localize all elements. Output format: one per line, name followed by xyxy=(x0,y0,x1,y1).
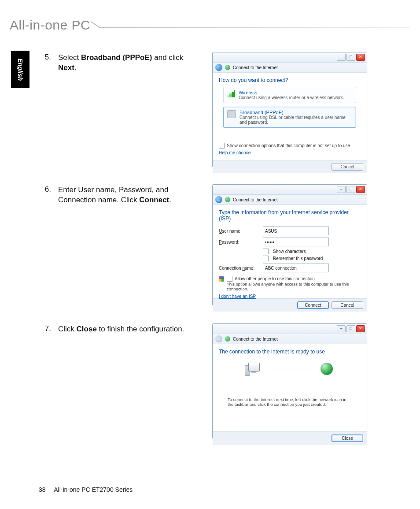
minimize-button[interactable]: – xyxy=(337,325,346,332)
maximize-button[interactable]: □ xyxy=(346,54,355,61)
back-arrow-icon: ← xyxy=(217,197,221,202)
option-wireless-desc: Connect using a wireless router or a wir… xyxy=(239,95,344,100)
globe-icon xyxy=(225,336,230,342)
back-button[interactable]: ← xyxy=(215,64,222,71)
allow-others-desc: This option allows anyone with access to… xyxy=(227,282,361,291)
minimize-button[interactable]: – xyxy=(337,54,346,61)
modem-icon xyxy=(227,110,236,118)
window-title: Connect to the Internet xyxy=(233,65,278,70)
window-title: Connect to the Internet xyxy=(233,337,278,342)
back-arrow-icon: ← xyxy=(217,65,221,70)
nav-subbar: ← Connect to the Internet xyxy=(213,63,367,73)
remember-row: Remember this password xyxy=(263,256,361,261)
connection-name-input[interactable] xyxy=(263,264,329,272)
cancel-button[interactable]: Cancel xyxy=(332,163,363,171)
password-label: Password: xyxy=(219,240,258,245)
footer-text: All-in-one PC ET2700 Series xyxy=(54,486,133,493)
connection-name-label: Connection name: xyxy=(219,266,258,271)
page-footer: 38 All-in-one PC ET2700 Series xyxy=(39,486,133,493)
allow-others-checkbox[interactable] xyxy=(227,276,232,282)
dialog-heading: How do you want to connect? xyxy=(219,77,361,83)
allow-others-row: Allow other people to use this connectio… xyxy=(219,276,361,291)
title-bar: – □ ✕ xyxy=(213,324,367,334)
wifi-icon xyxy=(227,90,235,97)
computer-icon xyxy=(247,363,261,375)
show-chars-row: Show characters xyxy=(263,249,361,254)
header-rule xyxy=(100,27,410,28)
step-7-text: Click Close to finish the configuration. xyxy=(58,324,203,334)
password-input[interactable] xyxy=(263,238,329,246)
maximize-button[interactable]: □ xyxy=(346,325,355,332)
option-broadband[interactable]: Broadband (PPPoE) Connect using DSL or c… xyxy=(223,107,356,128)
remember-checkbox[interactable] xyxy=(263,256,269,261)
language-tab: English xyxy=(11,51,29,88)
page-header: All-in-one PC xyxy=(10,18,410,35)
ready-note: To connect to the Internet next time, le… xyxy=(228,397,352,407)
close-button[interactable]: ✕ xyxy=(356,54,365,61)
username-row: User name: xyxy=(219,227,361,235)
password-row: Password: xyxy=(219,238,361,246)
dialog-ready: – □ ✕ ← Connect to the Internet The conn… xyxy=(212,323,367,439)
dialog-heading: Type the information from your Internet … xyxy=(219,209,361,222)
username-input[interactable] xyxy=(263,227,329,235)
step-6-number: 6. xyxy=(39,185,51,194)
window-title: Connect to the Internet xyxy=(233,197,278,202)
allow-others-label: Allow other people to use this connectio… xyxy=(235,276,315,281)
help-link[interactable]: Help me choose xyxy=(219,150,251,155)
internet-globe-icon xyxy=(321,363,333,375)
show-chars-checkbox[interactable] xyxy=(263,249,269,254)
connection-name-row: Connection name: xyxy=(219,264,361,272)
title-bar: – □ ✕ xyxy=(213,185,367,195)
language-tab-label: English xyxy=(17,58,24,81)
maximize-button[interactable]: □ xyxy=(346,186,355,193)
back-button-disabled: ← xyxy=(215,335,222,342)
button-bar: Connect Cancel xyxy=(213,298,367,312)
step-7-number: 7. xyxy=(39,324,51,333)
nav-subbar: ← Connect to the Internet xyxy=(213,334,367,344)
option-wireless[interactable]: Wireless Connect using a wireless router… xyxy=(223,87,356,103)
button-bar: Cancel xyxy=(213,160,367,173)
close-button[interactable]: ✕ xyxy=(356,186,365,193)
page-number: 38 xyxy=(39,486,46,493)
globe-icon xyxy=(225,197,230,202)
remember-label: Remember this password xyxy=(273,256,323,261)
dialog-heading: The connection to the Internet is ready … xyxy=(219,349,361,355)
checkbox-icon[interactable] xyxy=(219,143,225,149)
connect-button[interactable]: Connect xyxy=(297,301,329,309)
back-button[interactable]: ← xyxy=(215,196,222,203)
title-bar: – □ ✕ xyxy=(213,52,367,63)
option-broadband-desc: Connect using DSL or cable that requires… xyxy=(239,115,352,125)
dialog-connect-method: – □ ✕ ← Connect to the Internet How do y… xyxy=(212,52,367,167)
shield-icon xyxy=(219,276,224,282)
connection-graphic xyxy=(219,363,361,375)
option-broadband-name: Broadband (PPPoE) xyxy=(239,110,352,115)
back-arrow-icon: ← xyxy=(217,337,221,342)
step-5-text: Select Broadband (PPPoE) and click Next. xyxy=(58,53,190,73)
option-wireless-name: Wireless xyxy=(239,90,344,95)
close-button[interactable]: ✕ xyxy=(356,325,365,332)
nav-subbar: ← Connect to the Internet xyxy=(213,195,367,205)
page-title: All-in-one PC xyxy=(10,18,90,32)
show-more-row[interactable]: Show connection options that this comput… xyxy=(219,143,361,149)
dialog-isp-info: – □ ✕ ← Connect to the Internet Type the… xyxy=(212,184,367,306)
show-chars-label: Show characters xyxy=(273,249,306,254)
close-dialog-button[interactable]: Close xyxy=(332,435,363,442)
button-bar: Close xyxy=(213,431,367,445)
step-5-number: 5. xyxy=(39,53,51,62)
no-isp-link[interactable]: I don't have an ISP xyxy=(219,294,256,299)
minimize-button[interactable]: – xyxy=(337,186,346,193)
show-more-label: Show connection options that this comput… xyxy=(227,143,350,148)
globe-icon xyxy=(225,65,230,70)
username-label: User name: xyxy=(219,229,258,234)
cancel-button[interactable]: Cancel xyxy=(332,301,363,309)
connection-line-icon xyxy=(269,369,313,369)
step-6-text: Enter User name, Password, and Connectio… xyxy=(58,185,190,205)
